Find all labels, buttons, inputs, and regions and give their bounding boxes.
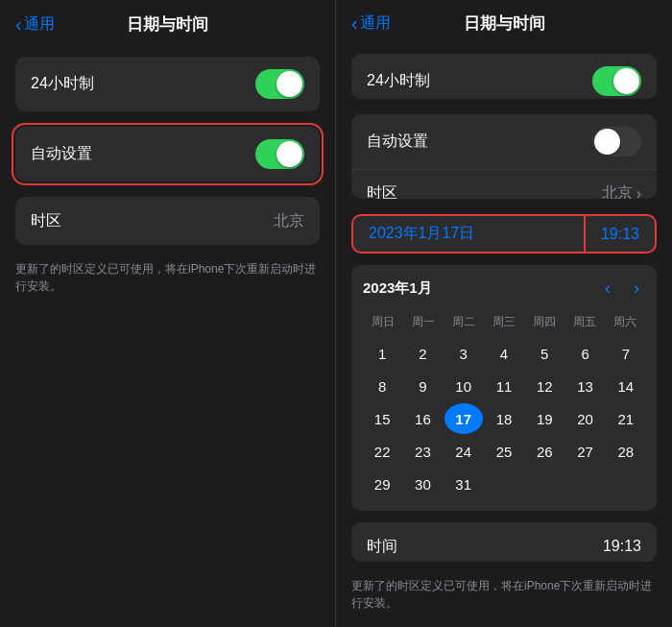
calendar-day[interactable]: 1 [363,338,401,369]
calendar-day[interactable]: 24 [444,436,483,467]
left-timezone-section: 时区 北京 [15,197,320,245]
left-timezone-label: 时区 [31,211,61,231]
calendar-day[interactable]: 20 [565,403,604,434]
right-back-button[interactable]: ‹ 通用 [351,12,391,35]
calendar-day[interactable]: 9 [403,371,442,401]
calendar-prev-button[interactable]: ‹ [599,277,616,301]
right-note: 更新了的时区定义已可使用，将在iPhone下次重新启动时进行安装。 [336,569,672,627]
calendar-day[interactable]: 28 [607,436,645,467]
calendar-day[interactable]: 2 [403,338,442,369]
left-back-button[interactable]: ‹ 通用 [15,13,55,36]
calendar-day[interactable]: 21 [607,403,645,434]
calendar-day [565,469,604,499]
calendar-day[interactable]: 4 [485,338,523,369]
calendar-day[interactable]: 14 [607,371,645,401]
left-auto-toggle[interactable] [255,139,304,169]
right-nav-bar: ‹ 通用 日期与时间 [336,0,672,46]
left-auto-label: 自动设置 [31,144,92,164]
calendar-day[interactable]: 15 [363,403,401,434]
right-time-value: 19:13 [603,538,641,555]
right-timezone-label: 时区 [367,183,397,199]
left-auto-row: 自动设置 [15,127,320,181]
left-back-label[interactable]: 通用 [24,14,55,35]
right-auto-label: 自动设置 [367,132,428,152]
calendar-day[interactable]: 10 [444,371,483,401]
weekday-wed: 周三 [484,310,524,334]
calendar-day[interactable]: 22 [363,436,401,467]
left-auto-toggle-thumb [276,141,302,167]
right-time-row: 时间 19:13 [351,522,657,562]
weekday-fri: 周五 [564,310,605,334]
calendar-grid: 周日 周一 周二 周三 周四 周五 周六 1234567891011121314… [363,310,645,499]
right-nav-title: 日期与时间 [464,12,545,35]
calendar-days: 1234567891011121314151617181920212223242… [363,338,645,499]
weekday-sun: 周日 [363,310,403,334]
calendar-day[interactable]: 18 [485,403,523,434]
right-auto-toggle-thumb [594,129,620,155]
left-24h-label: 24小时制 [31,74,94,94]
calendar-nav: ‹ › [599,277,645,301]
calendar-day[interactable]: 5 [525,338,564,369]
right-back-label[interactable]: 通用 [360,13,391,34]
right-24h-section: 24小时制 [351,54,657,99]
calendar-day[interactable]: 17 [444,403,483,434]
left-timezone-value: 北京 [274,211,304,231]
right-panel: ‹ 通用 日期与时间 24小时制 自动设置 时区 北京 › [336,0,672,627]
weekday-tue: 周二 [444,310,484,334]
calendar-day[interactable]: 19 [525,403,564,434]
left-timezone-row: 时区 北京 [15,197,320,245]
calendar-header: 2023年1月 ‹ › [363,277,645,301]
right-auto-toggle[interactable] [592,127,641,157]
left-24h-section: 24小时制 [15,57,320,111]
right-timezone-row[interactable]: 时区 北京 › [351,170,657,199]
right-24h-toggle-thumb [613,68,639,94]
left-panel: ‹ 通用 日期与时间 24小时制 自动设置 时区 北京 更新了的时区定义已可使用… [0,0,336,627]
time-button[interactable]: 19:13 [586,214,655,253]
right-time-label: 时间 [367,537,397,557]
left-note: 更新了的时区定义已可使用，将在iPhone下次重新启动时进行安装。 [0,253,335,310]
calendar-day[interactable]: 11 [485,371,523,401]
right-timezone-value: 北京 [602,183,633,199]
calendar-day[interactable]: 16 [403,403,442,434]
left-nav-bar: ‹ 通用 日期与时间 [0,0,335,49]
calendar-month-label: 2023年1月 [363,279,432,298]
calendar-section: 2023年1月 ‹ › 周日 周一 周二 周三 周四 周五 周六 1234567… [351,265,657,511]
weekday-thu: 周四 [524,310,564,334]
right-time-section: 时间 19:13 [351,522,657,562]
calendar-day[interactable]: 23 [403,436,442,467]
left-auto-section: 自动设置 [15,127,320,181]
calendar-day[interactable]: 3 [444,338,483,369]
right-24h-label: 24小时制 [367,71,430,91]
left-back-chevron-icon: ‹ [15,13,22,36]
right-auto-timezone-section: 自动设置 时区 北京 › [351,114,657,199]
calendar-day [607,469,645,499]
left-nav-title: 日期与时间 [127,13,208,36]
right-back-chevron-icon: ‹ [351,12,358,35]
calendar-day [485,469,523,499]
calendar-day[interactable]: 8 [363,371,401,401]
weekday-mon: 周一 [403,310,444,334]
calendar-day[interactable]: 7 [607,338,645,369]
calendar-day[interactable]: 6 [565,338,604,369]
calendar-day[interactable]: 27 [565,436,604,467]
left-24h-toggle[interactable] [255,69,304,99]
left-24h-row: 24小时制 [15,57,320,111]
calendar-day [525,469,564,499]
calendar-day[interactable]: 29 [363,469,401,499]
calendar-day[interactable]: 26 [525,436,564,467]
left-24h-toggle-thumb [276,71,302,97]
calendar-day[interactable]: 25 [485,436,523,467]
date-time-bar[interactable]: 2023年1月17日 19:13 [351,214,657,253]
calendar-day[interactable]: 31 [444,469,483,499]
date-button[interactable]: 2023年1月17日 [353,214,586,253]
right-24h-row: 24小时制 [351,54,657,99]
calendar-day[interactable]: 30 [403,469,442,499]
calendar-next-button[interactable]: › [628,277,645,301]
right-auto-row: 自动设置 [351,114,657,170]
right-timezone-chevron-icon: › [636,185,641,199]
calendar-day[interactable]: 12 [525,371,564,401]
weekday-sat: 周六 [605,310,645,334]
calendar-weekdays: 周日 周一 周二 周三 周四 周五 周六 [363,310,645,334]
right-24h-toggle[interactable] [592,66,641,96]
calendar-day[interactable]: 13 [565,371,604,401]
